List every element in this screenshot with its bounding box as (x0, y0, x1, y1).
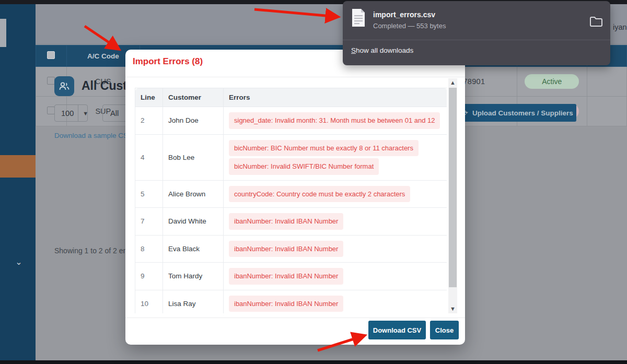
modal-footer-divider (125, 318, 465, 318)
error-badge: ibanNumber: Invalid IBAN Number (229, 268, 343, 285)
modal-scrollbar[interactable]: ▲ ▼ (448, 78, 457, 313)
error-badge: bicNumber: Invalid SWIFT/BIC Number form… (229, 158, 379, 175)
sidebar: ⌄ (0, 4, 36, 360)
line-cell: 10 (135, 290, 163, 313)
line-cell: 9 (135, 263, 163, 290)
download-sample-link[interactable]: Download a sample CSV (54, 132, 133, 139)
scrollbar-thumb[interactable] (449, 88, 457, 287)
download-notification-panel: import_errors.csv Completed — 553 bytes … (343, 1, 610, 65)
status-cell: Active (517, 67, 587, 97)
customer-cell: Bob Lee (163, 134, 224, 180)
errors-cell: signed_date: Invalid month: 31. Month mu… (224, 107, 447, 135)
import-errors-modal: Import Errors (8) × Line Customer Errors… (125, 50, 465, 345)
error-badge: countryCode: Country code must be exactl… (229, 186, 410, 203)
customer-cell: David White (163, 208, 224, 236)
extra-cell (587, 97, 626, 126)
errors-cell: countryCode: Country code must be exactl… (224, 180, 447, 208)
customer-cell: Eva Black (163, 235, 224, 263)
users-icon (54, 76, 74, 96)
sidebar-partial-panel (0, 19, 6, 47)
errors-cell: ibanNumber: Invalid IBAN Number (224, 263, 447, 290)
error-badge: ibanNumber: Invalid IBAN Number (229, 213, 343, 230)
column-header-customer: Customer (163, 88, 224, 107)
errors-cell: ibanNumber: Invalid IBAN Number (224, 208, 447, 236)
folder-icon[interactable] (589, 16, 603, 29)
download-filename[interactable]: import_errors.csv (373, 10, 435, 19)
upload-button-label: Upload Customers / Suppliers (472, 109, 573, 117)
error-badge: bicNumber: BIC Number must be exactly 8 … (229, 140, 419, 157)
error-row: 5Alice BrowncountryCode: Country code mu… (135, 180, 447, 208)
filter-value: All (110, 109, 119, 118)
customer-cell: Tom Hardy (163, 263, 224, 290)
page-size-value: 100 (55, 105, 78, 121)
screen-bottom-bar (0, 360, 627, 364)
sidebar-item-active[interactable] (0, 155, 36, 178)
error-row: 8Eva BlackibanNumber: Invalid IBAN Numbe… (135, 235, 447, 263)
error-badge: ibanNumber: Invalid IBAN Number (229, 241, 343, 257)
errors-cell: ibanNumber: Invalid IBAN Number (224, 235, 447, 263)
errors-table: Line Customer Errors 2John Doesigned_dat… (135, 88, 447, 313)
customer-cell: John Doe (163, 107, 224, 135)
errors-table-header-row: Line Customer Errors (135, 88, 447, 107)
errors-cell: bicNumber: BIC Number must be exactly 8 … (224, 134, 447, 180)
error-badge: signed_date: Invalid month: 31. Month mu… (229, 112, 440, 129)
column-header-line: Line (135, 88, 163, 107)
error-row: 4Bob LeebicNumber: BIC Number must be ex… (135, 134, 447, 180)
download-panel-divider (343, 40, 610, 40)
scroll-up-icon[interactable]: ▲ (448, 78, 457, 87)
error-row: 10Lisa RayibanNumber: Invalid IBAN Numbe… (135, 290, 447, 313)
line-cell: 4 (135, 134, 163, 180)
download-csv-button[interactable]: Download CSV (368, 321, 426, 339)
line-cell: 2 (135, 107, 163, 135)
modal-scroll-area: Line Customer Errors 2John Doesigned_dat… (135, 78, 447, 313)
upload-customers-button[interactable]: ⟳ Upload Customers / Suppliers (459, 104, 576, 122)
error-row: 2John Doesigned_date: Invalid month: 31.… (135, 107, 447, 135)
line-cell: 5 (135, 180, 163, 208)
error-row: 9Tom HardyibanNumber: Invalid IBAN Numbe… (135, 263, 447, 290)
customer-cell: Alice Brown (163, 180, 224, 208)
column-header-errors: Errors (224, 88, 447, 107)
line-cell: 8 (135, 235, 163, 263)
modal-title: Import Errors (8) (133, 56, 203, 67)
scroll-down-icon[interactable]: ▼ (448, 304, 457, 313)
customer-cell: Lisa Ray (163, 290, 224, 313)
chevron-down-icon[interactable]: ⌄ (14, 257, 24, 267)
download-status: Completed — 553 bytes (373, 22, 446, 30)
error-badge: ibanNumber: Invalid IBAN Number (229, 296, 343, 312)
username-label: iyan (613, 23, 627, 31)
close-button[interactable]: Close (430, 321, 459, 339)
error-row: 7David WhiteibanNumber: Invalid IBAN Num… (135, 208, 447, 236)
file-icon (351, 8, 366, 29)
extra-cell (587, 67, 626, 97)
line-cell: 7 (135, 208, 163, 236)
show-all-downloads-link[interactable]: Show all downloads (351, 46, 413, 54)
errors-cell: ibanNumber: Invalid IBAN Number (224, 290, 447, 313)
status-badge: Active (525, 74, 579, 89)
chevron-down-icon: ▼ (78, 110, 92, 116)
page-size-select[interactable]: 100 ▼ (54, 104, 88, 122)
select-all-checkbox[interactable] (36, 45, 67, 67)
modal-header-divider (125, 77, 465, 77)
